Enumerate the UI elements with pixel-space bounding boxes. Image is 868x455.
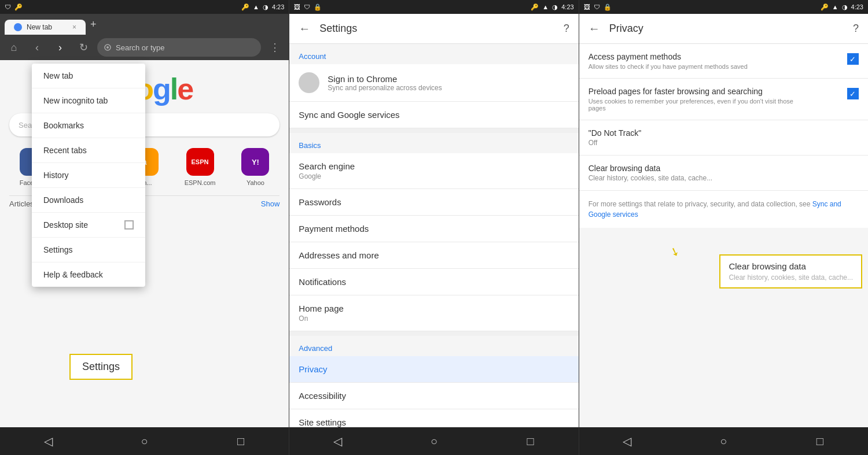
status-bar-1: 🛡 🔑 🔑 ▲ ◑ 4:23 [0,0,289,14]
menu-bookmarks[interactable]: Bookmarks [32,113,145,138]
privacy-help-button[interactable]: ? [853,23,859,35]
desktop-site-checkbox[interactable] [124,220,134,230]
back-icon[interactable]: ‹ [28,38,46,57]
menu-settings-label: Settings [43,245,73,254]
shield-icon-3: 🛡 [594,3,600,10]
account-section-label: Account [289,44,578,64]
menu-new-incognito-label: New incognito tab [43,96,108,105]
menu-history[interactable]: History [32,163,145,188]
google-e: e [177,72,193,106]
key-icon: 🔑 [14,3,23,11]
current-tab[interactable]: New tab × [5,20,86,35]
yahoo-label: Yahoo [247,179,264,186]
back-nav-button-2[interactable]: ◁ [323,427,352,455]
home-icon[interactable]: ⌂ [5,38,23,57]
key-icon-2: 🔑 [531,3,539,11]
settings-body: Account Sign in to Chrome Sync and perso… [289,44,578,427]
privacy-back-button[interactable]: ← [589,22,600,35]
shortcut-yahoo[interactable]: Y! Yahoo [231,148,279,186]
tab-bar: New tab × + [0,14,289,35]
time-display-2: 4:23 [561,3,573,10]
privacy-header: ← Privacy ? [579,14,868,44]
location-icon [104,44,111,51]
yahoo-icon: Y! [241,148,269,176]
recents-nav-button-3[interactable]: □ [806,427,834,455]
settings-search-engine[interactable]: Search engine Google [289,153,578,189]
menu-help-feedback[interactable]: Help & feedback [32,262,145,287]
preload-text: Preload pages for faster browsing and se… [589,87,808,112]
menu-desktop-site[interactable]: Desktop site [32,213,145,238]
recents-nav-button-2[interactable]: □ [516,427,545,455]
menu-settings[interactable]: Settings [32,238,145,262]
articles-show-button[interactable]: Show [261,199,280,208]
status-bar-3: 🖼 🛡 🔒 🔑 ▲ ◑ 4:23 [579,0,868,14]
recents-nav-button[interactable]: □ [226,427,255,455]
refresh-icon[interactable]: ↻ [74,38,93,57]
bottom-nav-1: ◁ ○ □ [0,427,289,455]
svg-point-2 [106,46,109,49]
menu-new-tab[interactable]: New tab [32,64,145,88]
menu-downloads[interactable]: Downloads [32,188,145,213]
status-icons-right-3: 🔑 ▲ ◑ 4:23 [821,3,863,11]
status-icons-left-2: 🖼 🛡 🔒 [294,3,322,11]
forward-icon[interactable]: › [51,38,69,57]
settings-back-button[interactable]: ← [299,22,310,35]
settings-help-button[interactable]: ? [564,23,569,35]
home-nav-button-2[interactable]: ○ [420,427,448,455]
back-nav-button[interactable]: ◁ [34,427,62,455]
payment-checkbox[interactable]: ✓ [847,53,859,65]
shortcut-espn[interactable]: ESPN ESPN.com [176,148,225,186]
security-icon: 🔒 [314,3,322,11]
menu-bookmarks-label: Bookmarks [43,121,84,130]
security-icon-3: 🔒 [604,3,612,11]
time-display-3: 4:23 [851,3,863,10]
menu-recent-tabs-label: Recent tabs [43,146,87,155]
settings-payment[interactable]: Payment methods [289,216,578,242]
settings-site-settings[interactable]: Site settings [289,409,578,427]
settings-accessibility[interactable]: Accessibility [289,383,578,409]
menu-recent-tabs[interactable]: Recent tabs [32,138,145,163]
shield-icon: 🛡 [5,3,11,10]
preload-checkbox[interactable]: ✓ [847,88,859,99]
settings-addresses[interactable]: Addresses and more [289,242,578,269]
payment-title: Access payment methods [589,52,748,61]
homepage-label: Home page [299,304,569,313]
signin-item[interactable]: Sign in to Chrome Sync and personalize a… [289,64,578,102]
homepage-value: On [299,315,569,323]
tab-close-button[interactable]: × [72,23,76,31]
settings-header: ← Settings ? [289,14,578,44]
key-icon-right: 🔑 [241,3,249,11]
menu-icon[interactable]: ⋮ [266,38,284,57]
privacy-footer: For more settings that relate to privacy… [579,191,868,228]
battery-icon-2: ◑ [552,3,558,11]
settings-notifications[interactable]: Notifications [289,269,578,295]
home-nav-button[interactable]: ○ [130,427,159,455]
dnt-title: "Do Not Track" [589,128,859,138]
home-nav-button-3[interactable]: ○ [709,427,738,455]
address-bar[interactable]: Search or type [97,38,261,57]
settings-sync-item[interactable]: Sync and Google services [289,102,578,128]
img-icon: 🖼 [294,3,300,10]
privacy-footer-text: For more settings that relate to privacy… [589,200,812,208]
settings-privacy[interactable]: Privacy [289,356,578,383]
settings-divider-1 [289,128,578,133]
dnt-subtitle: Off [589,139,859,147]
payment-text: Access payment methods Allow sites to ch… [589,52,748,70]
privacy-payment-methods[interactable]: Access payment methods Allow sites to ch… [579,44,868,79]
clear-data-subtitle: Clear history, cookies, site data, cache… [589,174,859,182]
panel-chrome-newtab: 🛡 🔑 🔑 ▲ ◑ 4:23 New tab × + ⌂ ‹ › ↻ Searc… [0,0,289,455]
settings-callout-text: Settings [82,361,120,372]
new-tab-button[interactable]: + [86,19,101,31]
privacy-preload[interactable]: Preload pages for faster browsing and se… [579,79,868,120]
tab-label: New tab [27,23,52,31]
privacy-do-not-track[interactable]: "Do Not Track" Off [579,120,868,156]
privacy-clear-data[interactable]: Clear browsing data Clear history, cooki… [579,156,868,191]
wifi-icon: ▲ [253,3,259,10]
signin-avatar [299,72,319,93]
clear-data-callout: Clear browsing data Clear history, cooki… [719,254,862,288]
settings-homepage[interactable]: Home page On [289,295,578,331]
settings-passwords[interactable]: Passwords [289,189,578,216]
back-nav-button-3[interactable]: ◁ [613,427,642,455]
status-icons-right-2: 🔑 ▲ ◑ 4:23 [531,3,573,11]
menu-new-incognito-tab[interactable]: New incognito tab [32,88,145,113]
